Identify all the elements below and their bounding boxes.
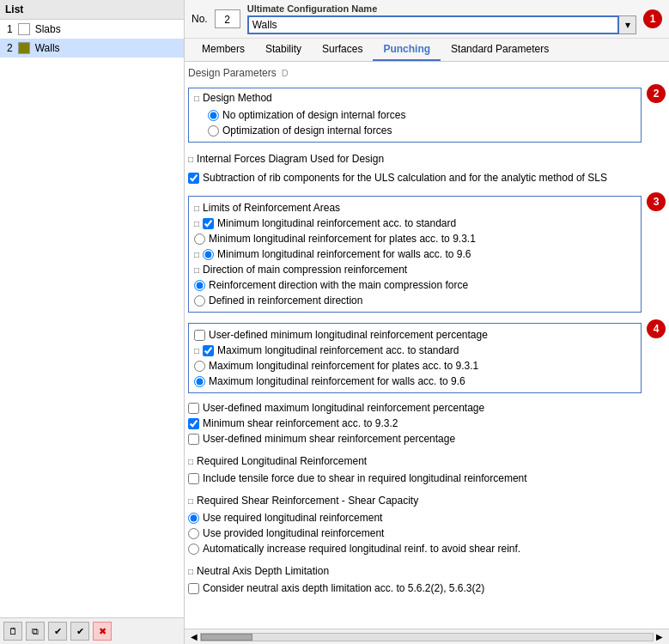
max-group: User-defined minimum longitudinal reinfo… bbox=[188, 323, 642, 393]
neutral-axis-option-row: Consider neutral axis depth limitation a… bbox=[188, 580, 666, 596]
expand-neutral-axis[interactable]: □ bbox=[188, 567, 193, 576]
badge-1: 1 bbox=[643, 9, 662, 28]
design-method-header: □ Design Method bbox=[194, 92, 636, 104]
expand-walls[interactable]: □ bbox=[194, 250, 199, 259]
expand-req-shear[interactable]: □ bbox=[188, 496, 193, 506]
use-provided-label: Use provided longitudinal reinforcement bbox=[203, 527, 384, 539]
check-blue-button[interactable]: ✔ bbox=[70, 622, 89, 641]
scroll-right-arrow[interactable]: ▶ bbox=[654, 632, 666, 641]
config-dropdown-arrow[interactable]: ▾ bbox=[619, 15, 636, 34]
max-long-label: Maximum longitudinal reinforcement acc. … bbox=[217, 344, 459, 356]
rib-subtraction-label: Subtraction of rib components for the UL… bbox=[203, 172, 607, 184]
item-label-walls: Walls bbox=[35, 42, 60, 54]
internal-forces-section: □ Internal Forces Diagram Used for Desig… bbox=[188, 151, 666, 167]
user-min-label: User-defined minimum longitudinal reinfo… bbox=[209, 329, 488, 341]
radio-direction-main[interactable] bbox=[194, 280, 205, 291]
scroll-left-arrow[interactable]: ◀ bbox=[188, 632, 200, 641]
config-input-wrap: ▾ bbox=[247, 15, 636, 34]
option-optimization: Optimization of design internal forces bbox=[194, 123, 636, 138]
tab-surfaces[interactable]: Surfaces bbox=[312, 39, 373, 61]
auto-increase-label: Automatically increase required longitud… bbox=[203, 543, 520, 555]
limits-label: Limits of Reinforcement Areas bbox=[203, 202, 340, 214]
max-long-plates-label: Maximum longitudinal reinforcement for p… bbox=[209, 360, 478, 372]
direction-label: Direction of main compression reinforcem… bbox=[203, 264, 407, 276]
req-long-label: Required Longitudinal Reinforcement bbox=[197, 455, 367, 467]
checkbox-tensile-force[interactable] bbox=[188, 473, 199, 484]
sidebar-item-walls[interactable]: 2 Walls bbox=[0, 39, 184, 58]
item-label-slabs: Slabs bbox=[35, 23, 61, 35]
req-shear-label: Required Shear Reinforcement - Shear Cap… bbox=[197, 495, 418, 507]
checkbox-neutral-axis[interactable] bbox=[188, 583, 199, 594]
radio-auto-increase[interactable] bbox=[188, 544, 199, 555]
tab-members[interactable]: Members bbox=[192, 39, 255, 61]
expand-req-long[interactable]: □ bbox=[188, 457, 193, 466]
sidebar-footer: 🗒 ⧉ ✔ ✔ ✖ bbox=[0, 617, 184, 644]
expand-max-long[interactable]: □ bbox=[194, 346, 199, 355]
color-swatch-walls bbox=[18, 42, 30, 54]
tab-punching[interactable]: Punching bbox=[373, 39, 441, 61]
check-green-button[interactable]: ✔ bbox=[48, 622, 67, 641]
content-area: Design Parameters D □ Design Method No o… bbox=[185, 62, 669, 629]
user-defined-shear-row: User-defined minimum shear reinforcement… bbox=[188, 431, 666, 447]
min-long-plates-row: Minimum longitudinal reinforcement for p… bbox=[194, 231, 636, 246]
right-panel: No. 2 Ultimate Configuration Name ▾ 1 Me… bbox=[185, 0, 669, 644]
radio-max-long-plates[interactable] bbox=[194, 361, 205, 372]
config-name-input[interactable] bbox=[247, 15, 619, 34]
expand-internal-forces[interactable]: □ bbox=[188, 155, 193, 164]
color-swatch-slabs bbox=[18, 23, 30, 35]
radio-optimization[interactable] bbox=[208, 125, 219, 137]
limits-group: □ Limits of Reinforcement Areas □ Minimu… bbox=[188, 196, 642, 313]
tab-stability[interactable]: Stability bbox=[255, 39, 312, 61]
radio-use-provided[interactable] bbox=[188, 528, 199, 539]
radio-min-long-walls[interactable] bbox=[203, 249, 214, 260]
expand-design-method[interactable]: □ bbox=[194, 94, 199, 103]
expand-direction[interactable]: □ bbox=[194, 265, 199, 275]
min-long-plates-label: Minimum longitudinal reinforcement for p… bbox=[209, 233, 476, 245]
badge-4: 4 bbox=[647, 319, 666, 338]
checkbox-rib-subtraction[interactable] bbox=[188, 173, 199, 184]
checkbox-user-max[interactable] bbox=[188, 403, 199, 414]
bottom-scrollbar: ◀ ▶ bbox=[185, 629, 669, 644]
tab-standard-parameters[interactable]: Standard Parameters bbox=[441, 39, 559, 61]
max-long-plates-row: Maximum longitudinal reinforcement for p… bbox=[194, 358, 636, 374]
req-long-header-row: □ Required Longitudinal Reinforcement bbox=[188, 453, 666, 469]
radio-direction-defined[interactable] bbox=[194, 295, 205, 307]
radio-no-optimization-label: No optimization of design internal force… bbox=[222, 109, 405, 121]
radio-max-long-walls[interactable] bbox=[194, 376, 205, 387]
scrollbar-track[interactable] bbox=[200, 633, 654, 641]
req-shear-option2-row: Use provided longitudinal reinforcement bbox=[188, 526, 666, 541]
checkbox-user-min[interactable] bbox=[194, 330, 205, 341]
radio-use-required[interactable] bbox=[188, 513, 199, 524]
sidebar: List 1 Slabs 2 Walls 🗒 ⧉ ✔ ✔ ✖ bbox=[0, 0, 185, 644]
checkbox-min-long[interactable] bbox=[203, 218, 214, 229]
copy-button[interactable]: ⧉ bbox=[26, 622, 45, 641]
delete-button[interactable]: ✖ bbox=[93, 622, 112, 641]
expand-limits[interactable]: □ bbox=[194, 204, 199, 213]
scrollbar-thumb[interactable] bbox=[201, 634, 252, 641]
user-defined-max-row: User-defined maximum longitudinal reinfo… bbox=[188, 400, 666, 416]
item-number: 2 bbox=[7, 42, 13, 54]
neutral-axis-header-row: □ Neutral Axis Depth Limitation bbox=[188, 563, 666, 579]
min-long-walls-label: Minimum longitudinal reinforcement for w… bbox=[217, 248, 471, 260]
checkbox-user-shear[interactable] bbox=[188, 434, 199, 445]
direction-main-label: Reinforcement direction with the main co… bbox=[209, 279, 468, 291]
sidebar-item-slabs[interactable]: 1 Slabs bbox=[0, 20, 184, 39]
checkbox-max-long[interactable] bbox=[203, 345, 214, 356]
radio-optimization-label: Optimization of design internal forces bbox=[222, 125, 392, 137]
tabs-bar: Members Stability Surfaces Punching Stan… bbox=[185, 39, 669, 62]
min-shear-row: Minimum shear reinforcement acc. to 9.3.… bbox=[188, 416, 666, 431]
new-button[interactable]: 🗒 bbox=[3, 622, 22, 641]
neutral-axis-option-label: Consider neutral axis depth limitation a… bbox=[203, 582, 484, 594]
sidebar-list: 1 Slabs 2 Walls bbox=[0, 20, 184, 617]
expand-min-long[interactable]: □ bbox=[194, 219, 199, 228]
limits-header-row: □ Limits of Reinforcement Areas bbox=[194, 200, 636, 216]
max-long-walls-row: Maximum longitudinal reinforcement for w… bbox=[194, 374, 636, 389]
design-method-group: □ Design Method No optimization of desig… bbox=[188, 88, 642, 143]
checkbox-min-shear[interactable] bbox=[188, 418, 199, 429]
direction-header-row: □ Direction of main compression reinforc… bbox=[194, 262, 636, 277]
radio-no-optimization[interactable] bbox=[208, 110, 219, 121]
use-required-label: Use required longitudinal reinforcement bbox=[203, 512, 382, 524]
design-method-label: Design Method bbox=[203, 92, 272, 104]
radio-min-long-plates[interactable] bbox=[194, 234, 205, 245]
config-name-label: Ultimate Configuration Name bbox=[247, 3, 636, 14]
